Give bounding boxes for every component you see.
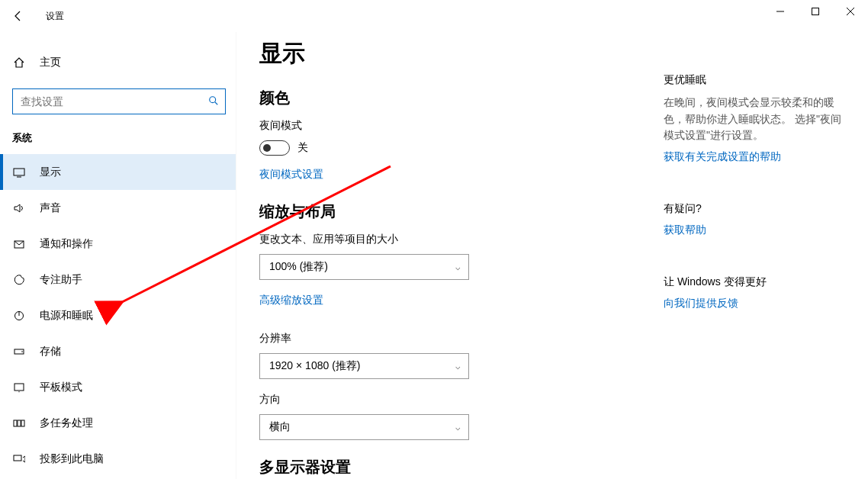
chevron-down-icon: ⌵: [455, 423, 461, 432]
home-label: 主页: [40, 56, 61, 69]
svg-rect-1: [812, 8, 819, 15]
project-icon: [12, 453, 26, 465]
scale-label: 更改文本、应用等项目的大小: [259, 233, 648, 246]
section-multidisplay: 多显示器设置: [259, 457, 648, 477]
minimize-button[interactable]: [763, 0, 798, 23]
sidebar-item-storage[interactable]: 存储: [0, 333, 236, 369]
sidebar: 主页 系统 显示 声音 通知和操作 专注助手 电源和睡眠: [0, 32, 236, 479]
chevron-down-icon: ⌵: [455, 262, 461, 272]
sidebar-item-label: 声音: [40, 201, 61, 215]
aside-question-heading: 有疑问?: [664, 202, 845, 216]
scale-dropdown[interactable]: 100% (推荐) ⌵: [259, 254, 469, 280]
aside-feedback-link[interactable]: 向我们提供反馈: [664, 297, 738, 310]
svg-point-14: [21, 351, 23, 352]
section-color: 颜色: [259, 88, 648, 108]
aside-help-link[interactable]: 获取帮助: [664, 223, 706, 237]
svg-point-4: [210, 96, 216, 102]
svg-line-9: [14, 241, 19, 245]
svg-rect-18: [18, 420, 21, 426]
search-input[interactable]: [19, 95, 208, 108]
svg-line-5: [215, 101, 218, 104]
sound-icon: [12, 202, 26, 214]
sidebar-item-power[interactable]: 电源和睡眠: [0, 297, 236, 333]
svg-rect-15: [14, 384, 24, 391]
window-title: 设置: [46, 10, 64, 23]
resolution-label: 分辨率: [259, 332, 648, 346]
svg-line-10: [19, 241, 24, 245]
night-mode-settings-link[interactable]: 夜间模式设置: [259, 168, 323, 182]
sidebar-item-label: 投影到此电脑: [40, 452, 104, 466]
home-link[interactable]: 主页: [12, 47, 236, 78]
advanced-scale-link[interactable]: 高级缩放设置: [259, 294, 323, 307]
svg-rect-20: [14, 455, 21, 461]
resolution-value: 1920 × 1080 (推荐): [269, 359, 360, 373]
sidebar-item-label: 存储: [40, 345, 61, 358]
night-mode-state: 关: [297, 141, 308, 155]
storage-icon: [12, 346, 26, 358]
content-area: 显示 颜色 夜间模式 关 夜间模式设置 缩放与布局 更改文本、应用等项目的大小 …: [259, 38, 648, 479]
titlebar: 设置: [0, 0, 868, 32]
sidebar-item-label: 专注助手: [40, 273, 82, 287]
category-label: 系统: [12, 131, 236, 145]
back-button[interactable]: [6, 4, 31, 28]
page-title: 显示: [259, 38, 648, 69]
tablet-icon: [12, 381, 26, 394]
display-icon: [12, 166, 26, 178]
close-button[interactable]: [833, 0, 868, 23]
sidebar-item-label: 电源和睡眠: [40, 309, 93, 323]
svg-rect-6: [14, 169, 24, 175]
sidebar-item-display[interactable]: 显示: [0, 154, 236, 190]
maximize-button[interactable]: [798, 0, 833, 23]
sidebar-item-sound[interactable]: 声音: [0, 190, 236, 226]
power-icon: [12, 310, 26, 322]
search-box[interactable]: [12, 88, 226, 114]
sidebar-item-multitask[interactable]: 多任务处理: [0, 405, 236, 441]
night-mode-toggle[interactable]: [259, 140, 290, 156]
night-mode-label: 夜间模式: [259, 119, 648, 133]
notify-icon: [12, 238, 26, 250]
sidebar-item-label: 平板模式: [40, 381, 82, 394]
sidebar-item-label: 多任务处理: [40, 416, 93, 430]
svg-point-16: [18, 391, 19, 392]
svg-rect-17: [14, 420, 17, 426]
sidebar-item-tablet[interactable]: 平板模式: [0, 369, 236, 405]
search-icon: [208, 95, 219, 108]
home-icon: [12, 56, 26, 69]
orientation-label: 方向: [259, 393, 648, 407]
orientation-dropdown[interactable]: 横向 ⌵: [259, 414, 469, 440]
sidebar-item-label: 通知和操作: [40, 237, 93, 251]
multitask-icon: [12, 417, 26, 429]
sidebar-item-label: 显示: [40, 166, 61, 179]
sidebar-item-project[interactable]: 投影到此电脑: [0, 441, 236, 477]
focus-icon: [12, 274, 26, 286]
orientation-value: 横向: [269, 420, 291, 434]
aside-feedback-heading: 让 Windows 变得更好: [664, 275, 845, 289]
scale-value: 100% (推荐): [269, 260, 328, 274]
section-scale: 缩放与布局: [259, 201, 648, 222]
resolution-dropdown[interactable]: 1920 × 1080 (推荐) ⌵: [259, 353, 469, 379]
aside-panel: 更优睡眠 在晚间，夜间模式会显示较柔和的暖色，帮助你进入睡眠状态。 选择"夜间模…: [648, 38, 868, 479]
chevron-down-icon: ⌵: [455, 362, 461, 371]
sidebar-item-focus[interactable]: 专注助手: [0, 262, 236, 297]
sidebar-item-notifications[interactable]: 通知和操作: [0, 226, 236, 262]
aside-sleep-heading: 更优睡眠: [664, 73, 845, 87]
svg-rect-19: [21, 420, 24, 426]
aside-sleep-link[interactable]: 获取有关完成设置的帮助: [664, 150, 781, 164]
aside-sleep-text: 在晚间，夜间模式会显示较柔和的暖色，帮助你进入睡眠状态。 选择"夜间模式设置"进…: [664, 95, 845, 144]
